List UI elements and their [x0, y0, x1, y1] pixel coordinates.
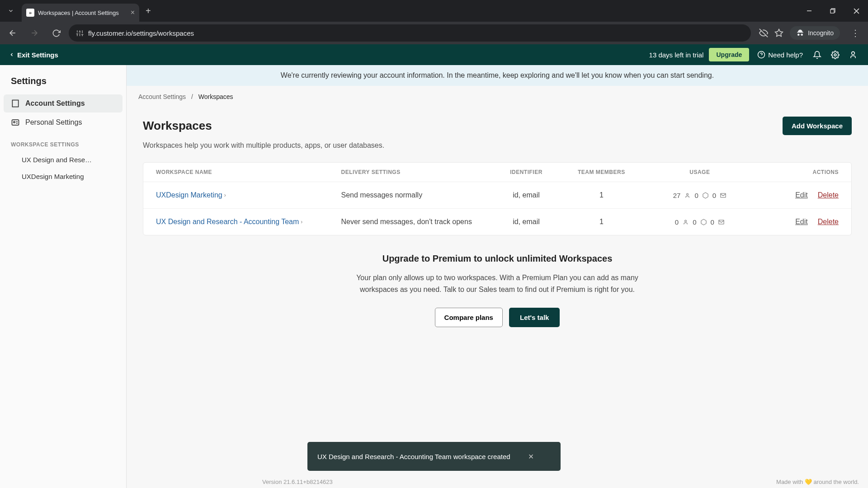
compare-plans-button[interactable]: Compare plans	[435, 308, 503, 327]
tab-search-dropdown[interactable]	[0, 0, 22, 22]
eye-off-icon[interactable]	[759, 28, 768, 38]
site-settings-icon[interactable]	[76, 29, 84, 37]
th-actions: ACTIONS	[758, 169, 839, 175]
reload-button[interactable]	[47, 24, 65, 42]
address-bar[interactable]: fly.customer.io/settings/workspaces	[69, 24, 751, 42]
favicon-icon: »	[26, 9, 34, 17]
close-window-icon[interactable]	[844, 0, 868, 22]
workspace-name-link[interactable]: UX Design and Research - Accounting Team…	[156, 218, 341, 226]
usage-people-count: 0	[675, 218, 679, 226]
chevron-left-icon	[9, 52, 14, 57]
made-with-post: around the world.	[812, 479, 859, 485]
maximize-icon[interactable]	[821, 0, 844, 22]
minimize-icon[interactable]	[797, 0, 821, 22]
version-text: Version 21.6.11+b8214623	[262, 479, 333, 485]
url-text: fly.customer.io/settings/workspaces	[88, 29, 744, 37]
add-workspace-button[interactable]: Add Workspace	[783, 117, 852, 135]
delivery-cell: Send messages normally	[341, 191, 491, 199]
need-help-link[interactable]: Need help?	[757, 51, 803, 59]
th-name: WORKSPACE NAME	[156, 169, 341, 175]
trial-remaining-text: 13 days left in trial	[649, 51, 704, 59]
incognito-icon	[796, 29, 804, 37]
cube-icon	[702, 192, 709, 199]
building-icon	[11, 99, 20, 108]
id-card-icon	[11, 118, 20, 127]
delete-link[interactable]: Delete	[818, 191, 839, 199]
user-avatar-icon[interactable]	[847, 50, 859, 59]
identifier-cell: id, email	[491, 191, 561, 199]
svg-point-20	[852, 52, 855, 55]
workspace-name-link[interactable]: UXDesign Marketing ›	[156, 191, 341, 199]
svg-rect-26	[12, 120, 19, 125]
sidebar-item-label: Personal Settings	[25, 118, 82, 127]
bookmark-star-icon[interactable]	[774, 28, 783, 38]
settings-sidebar: Settings Account Settings Personal Setti…	[0, 65, 127, 488]
sidebar-group-label: WORKSPACE SETTINGS	[4, 132, 123, 151]
browser-menu-icon[interactable]: ⋮	[846, 28, 864, 38]
exit-settings-link[interactable]: Exit Settings	[9, 51, 58, 59]
edit-link[interactable]: Edit	[795, 218, 808, 226]
usage-msgs-count: 0	[711, 218, 714, 226]
svg-point-27	[14, 122, 15, 123]
svg-rect-21	[12, 100, 18, 107]
sidebar-item-account-settings[interactable]: Account Settings	[4, 94, 123, 113]
sidebar-workspace-2[interactable]: UXDesign Marketing	[4, 168, 123, 185]
breadcrumb-root[interactable]: Account Settings	[138, 93, 186, 100]
usage-cell: 0 0 0	[642, 218, 758, 226]
review-notice: We're currently reviewing your account i…	[127, 65, 868, 86]
svg-rect-1	[830, 9, 834, 13]
usage-objects-count: 0	[694, 192, 698, 199]
usage-people-count: 27	[673, 192, 681, 199]
chevron-right-icon: ›	[301, 219, 302, 225]
incognito-label: Incognito	[808, 29, 834, 37]
table-row: UX Design and Research - Accounting Team…	[143, 209, 851, 235]
success-toast: UX Design and Research - Accounting Team…	[307, 442, 561, 471]
toast-close-icon[interactable]: ×	[528, 450, 534, 463]
upsell-body: Your plan only allows up to two workspac…	[353, 272, 642, 295]
workspaces-table: WORKSPACE NAME DELIVERY SETTINGS IDENTIF…	[143, 162, 852, 235]
delivery-cell: Never send messages, don't track opens	[341, 218, 491, 226]
made-with-pre: Made with	[776, 479, 805, 485]
sidebar-item-personal-settings[interactable]: Personal Settings	[4, 113, 123, 131]
new-tab-button[interactable]: +	[146, 6, 151, 16]
table-row: UXDesign Marketing › Send messages norma…	[143, 182, 851, 209]
members-cell: 1	[561, 218, 642, 226]
sidebar-workspace-1[interactable]: UX Design and Rese…	[4, 151, 123, 168]
workspace-name-text: UXDesign Marketing	[156, 191, 222, 199]
usage-objects-count: 0	[693, 218, 696, 226]
close-tab-icon[interactable]: ×	[131, 9, 135, 17]
breadcrumb: Account Settings / Workspaces	[127, 86, 868, 108]
chevron-right-icon: ›	[224, 192, 226, 198]
svg-point-30	[687, 193, 689, 195]
tab-title: Workspaces | Account Settings	[38, 9, 127, 16]
delete-link[interactable]: Delete	[818, 218, 839, 226]
breadcrumb-sep: /	[191, 93, 193, 100]
th-usage: USAGE	[642, 169, 758, 175]
toast-text: UX Design and Research - Accounting Team…	[317, 452, 510, 461]
cube-icon	[700, 219, 707, 225]
edit-link[interactable]: Edit	[795, 191, 808, 199]
sidebar-title: Settings	[4, 72, 123, 94]
made-with-text: Made with 💛 around the world.	[776, 479, 859, 485]
help-circle-icon	[757, 51, 765, 59]
svg-marker-16	[775, 29, 783, 37]
lets-talk-button[interactable]: Let's talk	[509, 308, 560, 327]
forward-button[interactable]	[25, 24, 43, 42]
browser-tab[interactable]: » Workspaces | Account Settings ×	[22, 4, 139, 22]
mail-icon	[718, 219, 725, 225]
svg-point-32	[685, 220, 687, 222]
page-title: Workspaces	[143, 119, 212, 133]
people-icon	[682, 219, 689, 225]
th-identifier: IDENTIFIER	[491, 169, 561, 175]
upgrade-button[interactable]: Upgrade	[709, 48, 749, 61]
sidebar-item-label: Account Settings	[25, 99, 85, 108]
people-icon	[684, 192, 691, 199]
gear-icon[interactable]	[829, 51, 841, 59]
notifications-icon[interactable]	[811, 51, 823, 59]
upsell-title: Upgrade to Premium to unlock unlimited W…	[143, 253, 852, 264]
usage-msgs-count: 0	[712, 192, 716, 199]
workspace-name-text: UX Design and Research - Accounting Team	[156, 218, 299, 226]
breadcrumb-current: Workspaces	[198, 93, 233, 100]
back-button[interactable]	[4, 24, 22, 42]
incognito-badge[interactable]: Incognito	[790, 26, 840, 40]
